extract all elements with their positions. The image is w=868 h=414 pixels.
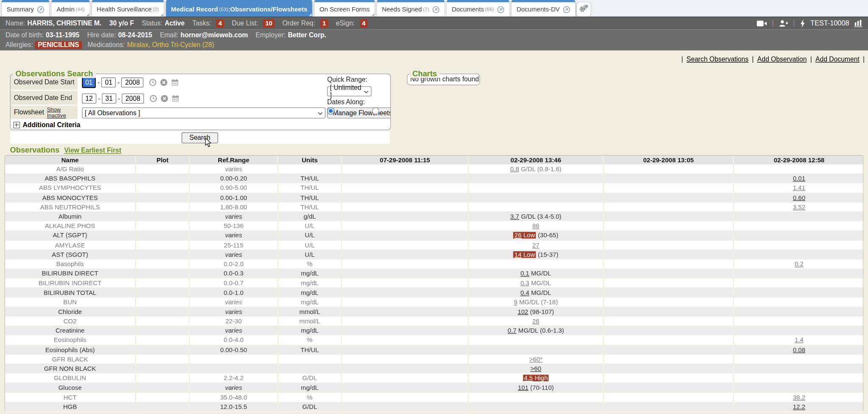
observations-title-legend: Observations View Earliest First [7, 146, 125, 155]
value-link[interactable]: 27 [532, 242, 540, 248]
search-button[interactable]: Search [181, 132, 218, 143]
value-link[interactable]: 0.8 [510, 166, 519, 172]
clear-date-icon[interactable] [161, 94, 168, 102]
tab-medical-record[interactable]: Medical Record(53):Observations/Flowshee… [166, 0, 312, 17]
start-day-input[interactable]: 01 [101, 78, 116, 88]
obs-units: mg/dL [278, 288, 342, 297]
value-link[interactable]: 9 [514, 299, 517, 306]
video-camera-icon[interactable] [757, 19, 767, 27]
search-observations-link[interactable]: Search Observations [687, 56, 748, 63]
divider: | [793, 19, 795, 27]
popout-icon[interactable] [497, 6, 504, 13]
table-row: Basophils0.0-2.0%0.2 [5, 259, 864, 269]
popout-icon[interactable] [37, 6, 45, 13]
medication-link[interactable]: Miralax [127, 41, 149, 49]
obs-value-cell: 9 MG/DL (7-18) [468, 297, 604, 307]
value-link[interactable]: 14 [515, 251, 522, 258]
radio-horizontal[interactable] [327, 107, 334, 114]
value-link[interactable]: 0.7 [508, 327, 517, 334]
tab-admin[interactable]: Admin(44) [52, 0, 90, 17]
obs-name: GFR NON BLACK [5, 364, 136, 373]
value-link[interactable]: 1.41 [793, 185, 805, 192]
manage-flowsheets-button[interactable]: Manage Flowsheets [327, 107, 390, 118]
tab-documents-dv[interactable]: Documents-DV [512, 0, 575, 17]
radio-vertical[interactable] [372, 107, 379, 114]
tab-health-surveillance[interactable]: Health Surveillance(2) [92, 0, 164, 17]
esign-count-badge[interactable]: 4 [360, 19, 368, 28]
employer-value: Better Corp. [288, 31, 326, 39]
obs-units: mmol/L [278, 316, 342, 325]
add-document-link[interactable]: Add Document [815, 56, 860, 63]
value-link[interactable]: 26 [532, 318, 540, 325]
obs-value-cell [604, 212, 734, 221]
lightning-icon[interactable] [800, 19, 805, 28]
allergy-badge[interactable]: PENICILLINS [35, 41, 82, 49]
table-row: A/G Ratiovaries0.8 G/DL (0.8-1.6) [5, 164, 864, 174]
tasks-count-badge[interactable]: 4 [216, 19, 224, 28]
start-year-input[interactable]: 2008 [122, 78, 144, 88]
patient-allergies-line: Allergies: PENICILLINS Medications: Mira… [6, 40, 862, 50]
clear-date-icon[interactable] [160, 78, 168, 86]
value-link[interactable]: 0.1 [520, 270, 529, 277]
value-link[interactable]: 0.3 [520, 280, 529, 286]
tab-documents[interactable]: Documents(66) [447, 0, 509, 17]
view-earliest-first-link[interactable]: View Earliest First [64, 147, 121, 154]
flowsheet-select[interactable]: [ All Observations ] [82, 107, 326, 118]
obs-value-cell [734, 288, 864, 297]
value-link[interactable]: 38.2 [793, 394, 805, 400]
obs-value-cell [604, 392, 734, 402]
tab-needs-signed[interactable]: Needs Signed(7) [377, 0, 445, 17]
value-link[interactable]: 26 [515, 232, 522, 239]
value-link[interactable]: >60 [531, 365, 541, 372]
order-req-count-badge[interactable]: 1 [320, 19, 328, 28]
allergy-badges: PENICILLINS [35, 41, 88, 49]
add-person-icon[interactable] [779, 19, 788, 27]
obs-ref-range: 35.0-48.0 [189, 392, 278, 402]
obs-plot-cell [136, 202, 189, 211]
obs-value-cell: 0.8 G/DL (0.8-1.6) [468, 164, 604, 174]
value-link[interactable]: 0.08 [793, 346, 805, 353]
obs-value-cell [342, 392, 468, 402]
start-month-input[interactable]: 01 [82, 77, 96, 88]
calendar-icon[interactable] [172, 94, 179, 102]
obs-ref-range: varies [189, 231, 278, 240]
tab-summary[interactable]: Summary [2, 0, 50, 17]
end-month-input[interactable]: 12 [82, 93, 96, 103]
end-year-input[interactable]: 2008 [122, 93, 144, 103]
popout-icon[interactable] [432, 6, 440, 13]
medication-link[interactable]: Ortho Tri-Cyclen (28) [152, 41, 214, 49]
calendar-icon[interactable] [171, 78, 179, 86]
tab-on-screen-forms[interactable]: On Screen Forms [314, 0, 375, 17]
value-link[interactable]: 1.4 [795, 337, 804, 344]
value-link[interactable]: 0.2 [795, 261, 804, 267]
value-link[interactable]: 101 [518, 384, 529, 391]
obs-ref-range: varies [189, 307, 278, 316]
obs-value-cell [604, 383, 734, 392]
obs-value-cell [342, 288, 468, 297]
value-link[interactable]: 86 [532, 222, 540, 229]
obs-value-cell [604, 174, 734, 183]
end-day-input[interactable]: 31 [102, 93, 116, 103]
value-link[interactable]: 4.5 [524, 375, 533, 382]
show-inactive-link[interactable]: Show Inactive [47, 106, 78, 119]
additional-criteria-toggle[interactable]: Additional Criteria [11, 120, 390, 129]
value-link[interactable]: 0.60 [793, 194, 805, 201]
quick-range-select[interactable]: [ Unlimited ] [327, 86, 371, 97]
clock-icon[interactable] [150, 94, 157, 102]
clock-icon[interactable] [149, 78, 157, 86]
obs-name: AMYLASE [5, 240, 136, 250]
due-list-count-badge[interactable]: 10 [263, 19, 275, 28]
obs-value-cell [604, 259, 734, 269]
value-link[interactable]: 3.7 [510, 213, 519, 220]
add-observation-link[interactable]: Add Observation [757, 56, 807, 63]
value-link[interactable]: 102 [517, 308, 528, 315]
value-link[interactable]: >60* [529, 356, 542, 363]
value-link[interactable]: 0.4 [520, 289, 529, 296]
popout-icon[interactable] [563, 6, 570, 13]
value-link[interactable]: 3.52 [793, 203, 805, 210]
value-link[interactable]: 0.01 [793, 175, 805, 182]
value-link[interactable]: 12.2 [793, 403, 805, 410]
table-row: HGB12.0-15.5G/DL12.2 [5, 402, 864, 411]
bar-chart-icon[interactable] [854, 19, 862, 27]
settings-tab-button[interactable] [577, 2, 591, 17]
